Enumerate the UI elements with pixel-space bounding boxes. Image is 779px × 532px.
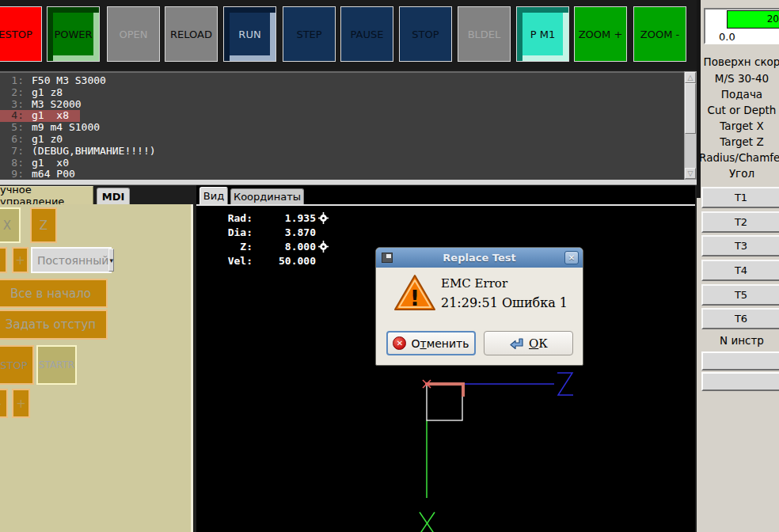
main-window: ESTOP POWER OPEN RELOAD RUN STEP PAUSE S…	[0, 0, 779, 532]
spindle-plus-button[interactable]: +	[12, 389, 30, 418]
toolpath-square	[427, 384, 462, 420]
label-angle: Угол	[698, 167, 779, 180]
dialog-titlebar[interactable]: Replace Test ✕	[376, 248, 583, 268]
jog-mode-value: Постоянный	[32, 249, 108, 272]
tool-t4-button[interactable]: T4	[701, 260, 779, 281]
scrollbar-thumb[interactable]	[685, 83, 696, 134]
set-offset-button[interactable]: Задать отступ	[0, 310, 108, 340]
tool-number-entry[interactable]	[701, 352, 779, 370]
jog-mode-select[interactable]: Постоянный ▾	[31, 247, 112, 273]
tab-coordinates[interactable]: Координаты	[230, 188, 304, 204]
gcode-line: 6:g1 z0	[0, 134, 684, 146]
tool-t1-button[interactable]: T1	[701, 187, 779, 208]
spindle-stop-button[interactable]: STOP	[0, 345, 34, 385]
label-radius-chamfer: Radius/Chamfer	[698, 151, 779, 164]
label-tool-number: N инстр	[698, 334, 779, 347]
tool-t5-button[interactable]: T5	[701, 284, 779, 306]
power-button[interactable]: POWER	[47, 6, 100, 62]
warning-icon: !	[393, 273, 437, 313]
tool-t3-button[interactable]: T3	[701, 235, 779, 256]
tab-view[interactable]: Вид	[200, 187, 228, 204]
gcode-line: 8:g1 x0	[0, 158, 684, 169]
toolbar: ESTOP POWER OPEN RELOAD RUN STEP PAUSE S…	[0, 0, 697, 70]
home-all-button[interactable]: Все в начало	[0, 279, 108, 308]
step-button[interactable]: STEP	[283, 6, 336, 62]
jog-minus-button[interactable]: -	[0, 247, 7, 273]
gcode-listing[interactable]: 1:F50 M3 S3000 2:g1 z8 3:M3 S2000 4:g1 x…	[0, 71, 684, 180]
manual-control-panel: X Z - + Постоянный ▾ Все в начало Задать…	[0, 204, 193, 532]
tool-entry-2[interactable]	[701, 372, 779, 391]
run-button[interactable]: RUN	[223, 6, 276, 62]
svg-text:!: !	[410, 286, 420, 310]
speed-bar: 20 0.0	[704, 8, 779, 44]
label-ms-range: M/S 30-40	[698, 72, 779, 85]
error-dialog: Replace Test ✕ ! EMC Error 21:29:51 Ошиб…	[375, 247, 583, 366]
tab-manual-control[interactable]: учное управление	[0, 186, 93, 204]
cancel-x-icon: ✕	[393, 336, 406, 350]
speed-bar-value: 0.0	[719, 31, 735, 43]
scroll-up-icon[interactable]: △	[685, 72, 696, 83]
close-icon[interactable]: ✕	[564, 251, 579, 264]
side-panel: 20 0.0 Поверхн скор M/S 30-40 Подача Cut…	[697, 0, 779, 532]
gcode-line: 2:g1 z8	[0, 87, 684, 99]
label-cut-depth: Cut or Depth	[698, 104, 779, 116]
ok-enter-icon	[509, 337, 524, 350]
gcode-line: 3:M3 S2000	[0, 99, 684, 111]
zoom-in-button[interactable]: ZOOM +	[574, 6, 627, 62]
gcode-line: 1:F50 M3 S3000	[0, 75, 684, 87]
z-axis-label	[557, 373, 573, 395]
stop-button[interactable]: STOP	[399, 6, 452, 62]
axis-z-button[interactable]: Z	[30, 207, 57, 243]
zoom-out-button[interactable]: ZOOM -	[633, 6, 686, 62]
axis-x-button[interactable]: X	[0, 207, 21, 243]
dialog-title: Replace Test	[376, 252, 583, 264]
ok-label: ОК	[529, 336, 548, 351]
jog-plus-button[interactable]: +	[12, 247, 28, 273]
tab-mdi[interactable]: MDI	[97, 188, 130, 204]
label-target-x: Target X	[698, 120, 779, 132]
pause-button[interactable]: PAUSE	[340, 6, 393, 62]
pm1-button[interactable]: P M1	[516, 6, 569, 62]
dialog-message: 21:29:51 Ошибка 1	[441, 295, 568, 310]
chevron-down-icon[interactable]: ▾	[108, 249, 114, 272]
pane-sash[interactable]	[0, 180, 697, 185]
gcode-scrollbar[interactable]: △ ▽	[684, 71, 697, 180]
dialog-heading: EMC Error	[441, 276, 507, 291]
spindle-start-button[interactable]: STARTR	[36, 345, 77, 385]
gcode-line-active: 4:g1 x8	[0, 110, 684, 122]
label-feed: Подача	[698, 88, 779, 101]
tool-t2-button[interactable]: T2	[701, 211, 779, 233]
reload-button[interactable]: RELOAD	[165, 6, 218, 62]
scroll-down-icon[interactable]: ▽	[685, 168, 696, 179]
spindle-minus-button[interactable]: -	[0, 389, 8, 418]
gcode-line: 5:m9 m4 S1000	[0, 122, 684, 134]
label-surface-speed: Поверхн скор	[698, 55, 779, 68]
estop-button[interactable]: ESTOP	[0, 6, 42, 62]
bldel-button[interactable]: BLDEL	[458, 6, 511, 62]
speed-bar-fill: 20	[727, 10, 779, 28]
cancel-label: Отменить	[411, 337, 469, 350]
open-button[interactable]: OPEN	[107, 6, 160, 62]
label-target-z: Target Z	[698, 135, 779, 148]
cancel-button[interactable]: ✕ Отменить	[386, 331, 476, 355]
active-segment	[425, 384, 463, 397]
gcode-line: 9:m64 P00	[0, 169, 684, 180]
tool-t6-button[interactable]: T6	[701, 308, 779, 329]
ok-button[interactable]: ОК	[484, 331, 573, 355]
gcode-line: 7:(DEBUG,ВНИМАНИЕ!!!!)	[0, 146, 684, 158]
